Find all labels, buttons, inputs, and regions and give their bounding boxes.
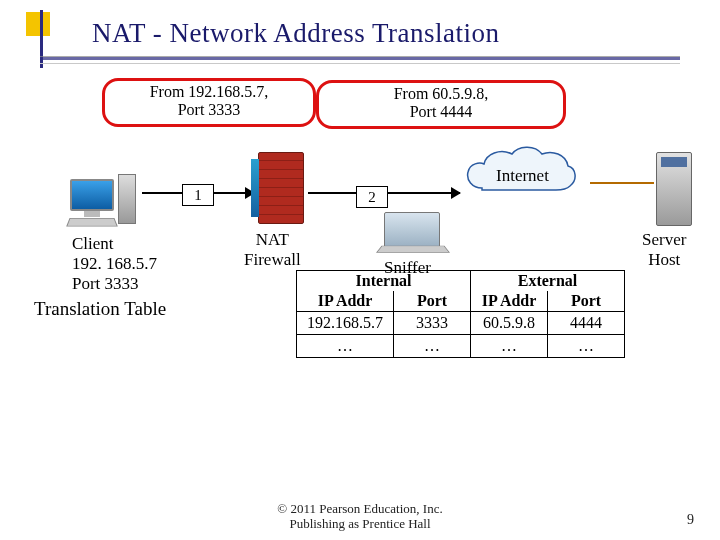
title-rule-shadow: [40, 63, 680, 64]
table-row: … … … …: [297, 335, 625, 358]
server-host-icon: [656, 152, 692, 226]
firewall-label-l2: Firewall: [244, 250, 301, 270]
cell-e-port: …: [548, 335, 625, 358]
step-1-label: 1: [182, 184, 214, 206]
cell-e-port: 4444: [548, 312, 625, 335]
internet-cloud-icon: Internet: [462, 144, 592, 208]
cloud-to-server-link: [590, 182, 654, 184]
th-external: External: [471, 271, 625, 292]
title-accent-square: [26, 12, 50, 36]
sniffer-laptop-icon: [384, 212, 440, 248]
client-label: Client: [72, 234, 157, 254]
firewall-label-l1: NAT: [244, 230, 301, 250]
cell-i-ip: …: [297, 335, 394, 358]
th-external-port: Port: [548, 291, 625, 312]
table-row: 192.168.5.7 3333 60.5.9.8 4444: [297, 312, 625, 335]
server-label-l2: Host: [642, 250, 686, 270]
slide-title: NAT - Network Address Translation: [92, 18, 500, 49]
cell-i-port: 3333: [394, 312, 471, 335]
internet-label: Internet: [496, 166, 549, 186]
packet-after-nat-callout: From 60.5.9.8, Port 4444: [316, 80, 566, 129]
cell-i-port: …: [394, 335, 471, 358]
cell-i-ip: 192.168.5.7: [297, 312, 394, 335]
page-number: 9: [687, 512, 694, 528]
packet-before-line1: From 192.168.5.7,: [111, 83, 307, 101]
client-tower-icon: [118, 174, 136, 224]
translation-table-caption: Translation Table: [34, 298, 166, 320]
cell-e-ip: …: [471, 335, 548, 358]
title-rule-horizontal: [40, 56, 680, 60]
packet-before-line2: Port 3333: [111, 101, 307, 119]
th-internal: Internal: [297, 271, 471, 292]
client-keyboard-icon: [66, 218, 118, 227]
packet-before-nat-callout: From 192.168.5.7, Port 3333: [102, 78, 316, 127]
copyright-line-1: © 2011 Pearson Education, Inc.: [0, 501, 720, 517]
client-monitor-icon: [70, 179, 114, 211]
packet-after-line2: Port 4444: [325, 103, 557, 121]
step-2-label: 2: [356, 186, 388, 208]
packet-after-line1: From 60.5.9.8,: [325, 85, 557, 103]
th-external-ip: IP Addr: [471, 291, 548, 312]
th-internal-port: Port: [394, 291, 471, 312]
cell-e-ip: 60.5.9.8: [471, 312, 548, 335]
nat-firewall-icon: [258, 152, 304, 224]
translation-table: Internal External IP Addr Port IP Addr P…: [296, 270, 625, 358]
copyright-line-2: Publishing as Prentice Hall: [0, 516, 720, 532]
client-port: Port 3333: [72, 274, 157, 294]
th-internal-ip: IP Addr: [297, 291, 394, 312]
client-ip: 192. 168.5.7: [72, 254, 157, 274]
server-label-l1: Server: [642, 230, 686, 250]
